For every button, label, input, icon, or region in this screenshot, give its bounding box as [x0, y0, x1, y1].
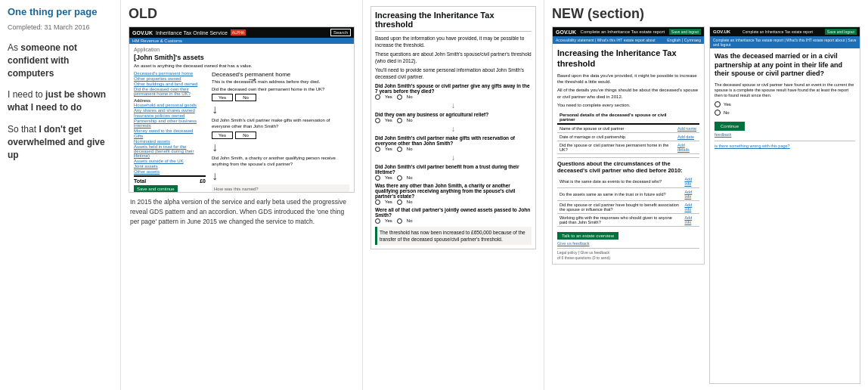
new-q-feedback-link[interactable]: feedback [715, 132, 855, 137]
old-yn-row: Yes No [212, 94, 349, 101]
new-q-body: Was the deceased married or in a civil p… [710, 48, 860, 152]
new-section: NEW (section) GOV.UK Complete an Inherit… [544, 0, 868, 390]
old-link-joint[interactable]: Joint assets [134, 164, 206, 169]
iht-q6-yes-label: Yes [385, 218, 392, 223]
iht-q1-yes[interactable] [375, 94, 380, 100]
old-link-trust[interactable]: Assets held in trust for the deceased (b… [134, 144, 206, 158]
old-right-content: Deceased's permanent home This is the de… [212, 71, 349, 193]
iht-q6-yes[interactable] [375, 218, 380, 224]
main-content: OLD GOV.UK Inheritance Tax Online Servic… [121, 0, 868, 390]
new-save-logout-btn[interactable]: Save and logout [669, 29, 701, 35]
iht-q2-no[interactable] [397, 118, 402, 123]
iht-q4-yes[interactable] [375, 175, 380, 181]
table-cell-action[interactable]: Add name [675, 124, 699, 133]
iht-arrow-1: ↓ [375, 101, 532, 110]
new-q-wrong-link[interactable]: is there something wrong with this page? [715, 144, 790, 148]
table-row: Name of the spouse or civil partner Add … [557, 124, 699, 133]
old-link-outside[interactable]: Assets outside of the UK [134, 159, 206, 163]
new-feedback-link[interactable]: Give us feedback [557, 241, 699, 246]
old-link-partnership[interactable]: Partnership and other business interests [134, 119, 206, 128]
new-govuk-body: Increasing the Inheritance Tax threshold… [553, 44, 704, 264]
new-q-action-bar: Complete an Inheritance Tax estate repor… [710, 36, 860, 48]
iht-q1: Did John Smith's spouse or civil partner… [375, 83, 532, 94]
new-q-govuk-logo: GOV.UK [713, 29, 730, 34]
iht-q5-radios: Yes No [375, 200, 532, 205]
new-left-panel: GOV.UK Complete an Inheritance Tax estat… [552, 26, 705, 384]
iht-q4-no[interactable] [397, 175, 402, 181]
old-no-btn[interactable]: No [235, 94, 256, 101]
iht-q5-yes-label: Yes [385, 200, 392, 204]
old-link-money[interactable]: Money owed to the deceased [134, 128, 206, 133]
old-link-nominated[interactable]: Nominated assets [134, 139, 206, 144]
table-cell-action[interactable]: Add date [675, 132, 699, 141]
old-link-permanent[interactable]: Did the deceased own their permanent hom… [134, 87, 206, 96]
old-content-columns: Deceased's permanent home Other properti… [134, 71, 349, 193]
iht-arrow-2: ↓ [375, 125, 532, 133]
new-q-save-btn[interactable]: Save and logout [825, 29, 857, 35]
new-q-radio-no-circle[interactable] [715, 110, 721, 116]
table-cell-label: What is the same date as events to the d… [557, 175, 682, 188]
iht-p2: These questions are about John Smith's s… [375, 51, 532, 64]
new-q-radio-yes-circle[interactable] [715, 101, 721, 107]
iht-q2-yes[interactable] [375, 118, 380, 123]
iht-q3-yes[interactable] [375, 147, 380, 152]
iht-q5-yes[interactable] [375, 200, 380, 205]
old-desc-text: In 2015 the alpha version of the service… [130, 198, 346, 225]
iht-q2-yes-label: Yes [385, 118, 392, 122]
old-govuk-header: GOV.UK Inheritance Tax Online Service AL… [129, 27, 354, 38]
old-page-subtitle: Application [134, 47, 349, 52]
table-cell-action[interactable]: Add info [682, 175, 699, 188]
iht-q6-no[interactable] [397, 218, 402, 224]
new-q-continue-btn[interactable]: Continue [715, 122, 745, 131]
old-section: OLD GOV.UK Inheritance Tax Online Servic… [121, 0, 363, 390]
new-overview-btn[interactable]: Talk to an estate overview [557, 232, 618, 240]
iht-title: Increasing the Inheritance Tax threshold [375, 11, 532, 32]
old-no-btn-2[interactable]: No [235, 132, 256, 139]
iht-q5-no[interactable] [397, 200, 402, 205]
old-save-btn[interactable]: Save and continue [134, 185, 178, 193]
new-page-h1: Increasing the Inheritance Tax threshold [557, 48, 699, 70]
iht-q3-no[interactable] [397, 147, 402, 152]
new-q-radio-yes: Yes [715, 101, 855, 107]
old-intro: An asset is anything the deceased owned … [134, 63, 349, 70]
sidebar-title: One thing per page [8, 6, 113, 17]
iht-q2: Did they own any business or agricultura… [375, 112, 532, 117]
iht-q1-no[interactable] [397, 94, 402, 100]
iht-q2-no-label: No [407, 118, 413, 122]
old-service-title: Inheritance Tax Online Service [156, 30, 228, 36]
table-cell-action[interactable]: Add info [682, 213, 699, 226]
iht-q3-no-label: No [407, 147, 413, 151]
old-yes-btn-2[interactable]: Yes [212, 132, 233, 139]
old-link-shares[interactable]: Any shares and shares owned [134, 108, 206, 113]
table-cell-action[interactable]: Add details [675, 141, 699, 153]
table-header-action [675, 111, 699, 124]
iht-q5-no-label: No [407, 200, 413, 204]
old-page-body: Application [John Smith]'s assets An ass… [129, 44, 354, 193]
old-link-household[interactable]: Household and personal goods [134, 103, 206, 107]
old-link-gifts[interactable]: Gifts [134, 134, 206, 138]
table-cell-action[interactable]: Add info [682, 187, 699, 200]
old-description: In 2015 the alpha version of the service… [129, 197, 355, 226]
old-nav-links: Deceased's permanent home Other properti… [134, 71, 206, 193]
table-cell-action[interactable]: Add info [682, 200, 699, 213]
user-need-2: I need to just be shown what I need to d… [8, 88, 113, 114]
old-page-title: [John Smith]'s assets [134, 54, 349, 61]
old-yes-btn[interactable]: Yes [212, 94, 233, 101]
new-govuk-action-bar: Accessibility statement | What's this IH… [553, 36, 704, 44]
annotation-arrow-right: → [246, 73, 259, 86]
new-breadcrumb: Accessibility statement | What's this IH… [556, 38, 656, 42]
table-cell-label: Working gifts with the responses who sho… [557, 213, 682, 226]
new-q-title: Was the deceased married or in a civil p… [715, 52, 855, 79]
old-link-land[interactable]: Other buildings and land owned [134, 82, 206, 86]
old-search-area: Search [330, 29, 351, 36]
iht-q6-radios: Yes No [375, 218, 532, 224]
new-footer-text: Legal policy | Give us feedback [557, 250, 609, 255]
old-link-home[interactable]: Deceased's permanent home [134, 71, 206, 76]
old-right-q: Did the deceased own their permanent hom… [212, 87, 349, 93]
new-govuk-logo: GOV.UK [556, 29, 576, 35]
iht-p1: Based upon the information you have prov… [375, 35, 532, 48]
old-link-insurance[interactable]: Insurance policies owned [134, 113, 206, 118]
old-link-properties[interactable]: Other properties owned [134, 76, 206, 81]
iht-q1-radios: Yes No [375, 94, 532, 100]
old-link-other[interactable]: Other assets [134, 169, 206, 174]
